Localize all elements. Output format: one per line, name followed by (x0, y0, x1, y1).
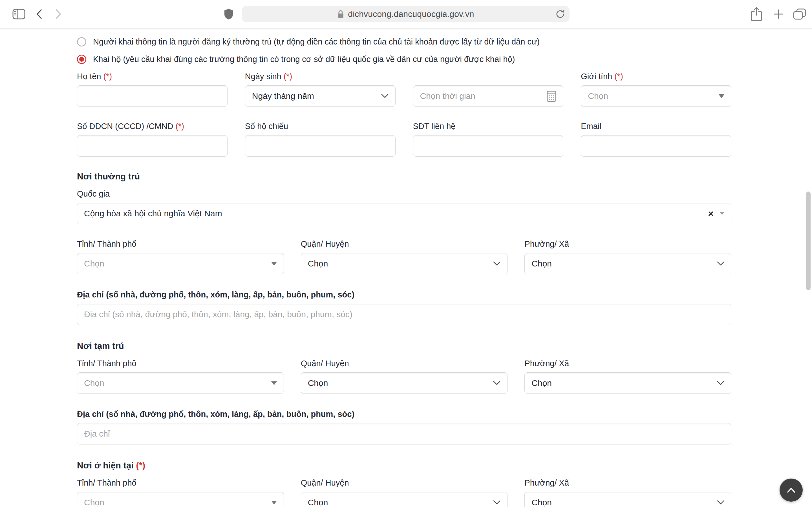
shield-icon (224, 8, 233, 20)
gender-label: Giới tính (*) (581, 71, 731, 81)
permanent-address-input[interactable] (77, 304, 731, 325)
radio-button-icon[interactable] (77, 55, 86, 64)
share-icon (751, 7, 762, 21)
province-label: Tỉnh/ Thành phố (77, 358, 284, 369)
current-district-select[interactable]: Chọn (301, 492, 508, 507)
permanent-province-select[interactable]: Chọn (77, 253, 284, 274)
declarant-type-radio-group: Người khai thông tin là người đăng ký th… (77, 33, 731, 68)
ward-label: Phường/ Xã (524, 478, 731, 488)
current-province-select[interactable]: Chọn (77, 492, 284, 507)
forward-button[interactable] (55, 9, 61, 19)
current-province-field: Tỉnh/ Thành phố Chọn (77, 478, 284, 507)
country-label: Quốc gia (77, 189, 731, 199)
sidebar-toggle-button[interactable] (12, 9, 26, 19)
address-bar[interactable]: dichvucong.dancuquocgia.gov.vn (242, 6, 569, 22)
radio-option-khai-ho[interactable]: Khai hộ (yêu cầu khai đúng các trường th… (77, 50, 731, 68)
back-button[interactable] (36, 9, 42, 19)
refresh-button[interactable] (555, 9, 565, 19)
province-label: Tỉnh/ Thành phố (77, 239, 284, 249)
plus-icon (773, 9, 784, 19)
dob-mode-select[interactable]: Ngày tháng năm (245, 86, 396, 107)
person-info-row-2: Số ĐDCN (CCCD) /CMND (*) Số hộ chiếu SĐT… (77, 121, 731, 157)
temporary-ward-select[interactable]: Chọn (524, 372, 731, 394)
phone-input[interactable] (413, 135, 564, 157)
gender-field: Giới tính (*) Chọn (581, 71, 731, 107)
current-ward-field: Phường/ Xã Chọn (524, 478, 731, 507)
chevron-down-icon (717, 500, 724, 505)
share-button[interactable] (751, 7, 762, 21)
fullname-field: Họ tên (*) (77, 71, 227, 107)
permanent-province-field: Tỉnh/ Thành phố Chọn (77, 239, 284, 274)
current-district-field: Quận/ Huyện Chọn (301, 478, 508, 507)
radio-option-label: Người khai thông tin là người đăng ký th… (93, 37, 540, 47)
caret-down-icon (271, 501, 277, 504)
radio-option-self[interactable]: Người khai thông tin là người đăng ký th… (77, 33, 731, 50)
temporary-district-field: Quận/ Huyện Chọn (301, 358, 508, 394)
calendar-icon (547, 90, 556, 102)
dob-date-field: Chọn thời gian (413, 71, 564, 107)
back-icon (36, 9, 42, 19)
person-info-row-1: Họ tên (*) Ngày sinh (*) Ngày tháng năm … (77, 71, 731, 107)
district-label: Quận/ Huyện (301, 478, 508, 488)
permanent-location-row: Tỉnh/ Thành phố Chọn Quận/ Huyện Chọn Ph… (77, 239, 731, 274)
country-select[interactable]: Cộng hòa xã hội chủ nghĩa Việt Nam × (77, 203, 731, 224)
declaration-form: Người khai thông tin là người đăng ký th… (0, 29, 812, 507)
caret-down-icon (720, 212, 724, 215)
passport-input[interactable] (245, 135, 396, 157)
gender-select[interactable]: Chọn (581, 86, 731, 107)
temporary-province-select[interactable]: Chọn (77, 372, 284, 394)
chevron-down-icon (493, 381, 500, 385)
id-number-input[interactable] (77, 135, 227, 157)
caret-down-icon (271, 381, 277, 385)
refresh-icon (555, 9, 565, 19)
email-label: Email (581, 121, 731, 131)
chevron-down-icon (493, 500, 500, 505)
browser-toolbar: dichvucong.dancuquocgia.gov.vn (0, 0, 812, 29)
temporary-location-row: Tỉnh/ Thành phố Chọn Quận/ Huyện Chọn Ph… (77, 358, 731, 394)
fullname-input[interactable] (77, 86, 227, 107)
ward-label: Phường/ Xã (524, 239, 731, 249)
ward-label: Phường/ Xã (524, 358, 731, 369)
new-tab-button[interactable] (773, 9, 784, 19)
tab-overview-button[interactable] (793, 8, 806, 20)
sidebar-icon (12, 9, 26, 19)
lock-icon (337, 10, 344, 18)
forward-icon (55, 9, 61, 19)
district-label: Quận/ Huyện (301, 239, 508, 249)
privacy-shield-button[interactable] (224, 8, 233, 20)
scroll-to-top-button[interactable] (779, 478, 803, 502)
temporary-address-input[interactable] (77, 423, 731, 445)
tabs-icon (793, 8, 806, 20)
temporary-province-field: Tỉnh/ Thành phố Chọn (77, 358, 284, 394)
vertical-scrollbar-thumb[interactable] (806, 191, 811, 290)
district-label: Quận/ Huyện (301, 358, 508, 369)
chevron-down-icon (717, 262, 724, 266)
dob-date-spacer-label (413, 71, 564, 81)
current-residence-heading: Nơi ở hiện tại (*) (77, 460, 731, 471)
province-label: Tỉnh/ Thành phố (77, 478, 284, 488)
temporary-address-label: Địa chỉ (số nhà, đường phố, thôn, xóm, l… (77, 409, 731, 419)
permanent-district-select[interactable]: Chọn (301, 253, 508, 274)
current-ward-select[interactable]: Chọn (524, 492, 731, 507)
email-field: Email (581, 121, 731, 157)
id-number-label: Số ĐDCN (CCCD) /CMND (*) (77, 121, 227, 131)
temporary-ward-field: Phường/ Xã Chọn (524, 358, 731, 394)
caret-down-icon (719, 94, 724, 98)
permanent-address-label: Địa chỉ (số nhà, đường phố, thôn, xóm, l… (77, 290, 731, 300)
id-number-field: Số ĐDCN (CCCD) /CMND (*) (77, 121, 227, 157)
radio-option-label: Khai hộ (yêu cầu khai đúng các trường th… (93, 55, 515, 64)
email-input[interactable] (581, 135, 731, 157)
radio-button-icon[interactable] (77, 37, 86, 47)
permanent-ward-select[interactable]: Chọn (524, 253, 731, 274)
chevron-down-icon (493, 262, 500, 266)
permanent-ward-field: Phường/ Xã Chọn (524, 239, 731, 274)
chevron-down-icon (381, 94, 389, 98)
chevron-down-icon (717, 381, 724, 385)
url-text: dichvucong.dancuquocgia.gov.vn (348, 9, 474, 19)
temporary-district-select[interactable]: Chọn (301, 372, 508, 394)
dob-date-input[interactable]: Chọn thời gian (413, 86, 564, 107)
dob-field: Ngày sinh (*) Ngày tháng năm (245, 71, 396, 107)
clear-selection-icon[interactable]: × (708, 209, 714, 218)
phone-field: SĐT liên hệ (413, 121, 564, 157)
fullname-label: Họ tên (*) (77, 71, 227, 81)
